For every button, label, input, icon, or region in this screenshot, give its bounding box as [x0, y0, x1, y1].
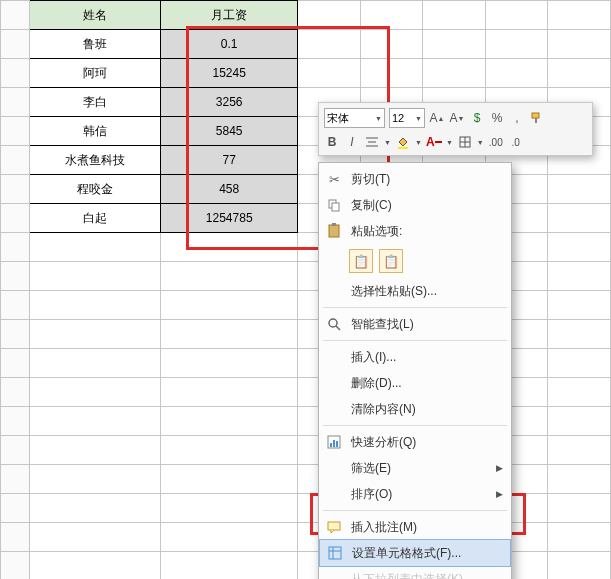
cell[interactable]: [360, 30, 423, 59]
cell[interactable]: [1, 320, 30, 349]
cell[interactable]: [298, 30, 361, 59]
cell[interactable]: [1, 349, 30, 378]
menu-delete[interactable]: 删除(D)...: [319, 370, 511, 396]
menu-sort[interactable]: 排序(O) ▶: [319, 481, 511, 507]
cell[interactable]: [298, 1, 361, 30]
cell[interactable]: [485, 1, 548, 30]
cell[interactable]: [1, 378, 30, 407]
cell[interactable]: [30, 262, 161, 291]
cell[interactable]: [30, 233, 161, 262]
borders-button[interactable]: [457, 134, 473, 150]
cell[interactable]: [548, 552, 611, 580]
cell[interactable]: [1, 175, 30, 204]
cell[interactable]: [161, 378, 298, 407]
percent-format-button[interactable]: %: [489, 110, 505, 126]
cell[interactable]: [548, 349, 611, 378]
cell[interactable]: [161, 552, 298, 580]
cell[interactable]: [298, 59, 361, 88]
cell[interactable]: [548, 407, 611, 436]
chevron-down-icon[interactable]: ▼: [384, 139, 391, 146]
menu-paste-special[interactable]: 选择性粘贴(S)...: [319, 278, 511, 304]
menu-copy[interactable]: 复制(C): [319, 192, 511, 218]
cell-name[interactable]: 水煮鱼科技: [30, 146, 161, 175]
cell-salary[interactable]: 77: [161, 146, 298, 175]
cell-name[interactable]: 韩信: [30, 117, 161, 146]
cell[interactable]: [423, 59, 486, 88]
cell[interactable]: [161, 233, 298, 262]
cell[interactable]: [360, 1, 423, 30]
cell[interactable]: [1, 30, 30, 59]
chevron-down-icon[interactable]: ▼: [415, 139, 422, 146]
cell[interactable]: [548, 233, 611, 262]
cell[interactable]: [548, 1, 611, 30]
cell[interactable]: [548, 320, 611, 349]
paste-option-values[interactable]: 📋: [379, 249, 403, 273]
cell[interactable]: [161, 349, 298, 378]
cell[interactable]: [161, 436, 298, 465]
cell-name[interactable]: 阿珂: [30, 59, 161, 88]
menu-quick-analysis[interactable]: 快速分析(Q): [319, 429, 511, 455]
cell[interactable]: [548, 378, 611, 407]
cell[interactable]: [360, 59, 423, 88]
paste-option-keep-source[interactable]: 📋: [349, 249, 373, 273]
cell[interactable]: [161, 262, 298, 291]
cell[interactable]: [30, 378, 161, 407]
menu-insert-comment[interactable]: 插入批注(M): [319, 514, 511, 540]
cell[interactable]: [1, 523, 30, 552]
cell[interactable]: [1, 88, 30, 117]
accounting-format-button[interactable]: $: [469, 110, 485, 126]
cell-name[interactable]: 程咬金: [30, 175, 161, 204]
cell[interactable]: [30, 523, 161, 552]
cell-salary[interactable]: 0.1: [161, 30, 298, 59]
cell[interactable]: [548, 30, 611, 59]
cell[interactable]: [161, 523, 298, 552]
cell[interactable]: [548, 436, 611, 465]
cell-salary[interactable]: 3256: [161, 88, 298, 117]
format-painter-button[interactable]: [529, 110, 545, 126]
decrease-decimal-button[interactable]: .00: [488, 134, 504, 150]
cell[interactable]: [548, 262, 611, 291]
cell-salary[interactable]: 5845: [161, 117, 298, 146]
increase-decimal-button[interactable]: .0: [508, 134, 524, 150]
header-name[interactable]: 姓名: [30, 1, 161, 30]
cell[interactable]: [161, 320, 298, 349]
fill-color-button[interactable]: [395, 134, 411, 150]
menu-insert[interactable]: 插入(I)...: [319, 344, 511, 370]
cell[interactable]: [548, 204, 611, 233]
cell[interactable]: [30, 291, 161, 320]
cell-salary[interactable]: 15245: [161, 59, 298, 88]
cell[interactable]: [1, 59, 30, 88]
cell[interactable]: [548, 494, 611, 523]
cell[interactable]: [161, 291, 298, 320]
cell[interactable]: [1, 117, 30, 146]
cell[interactable]: [1, 146, 30, 175]
cell[interactable]: [1, 552, 30, 580]
header-salary[interactable]: 月工资: [161, 1, 298, 30]
cell[interactable]: [30, 320, 161, 349]
cell[interactable]: [423, 1, 486, 30]
cell-name[interactable]: 鲁班: [30, 30, 161, 59]
font-name-combo[interactable]: 宋体 ▼: [324, 108, 385, 128]
cell[interactable]: [423, 30, 486, 59]
cell[interactable]: [1, 1, 30, 30]
cell[interactable]: [161, 465, 298, 494]
cell[interactable]: [548, 523, 611, 552]
cell[interactable]: [30, 494, 161, 523]
cell[interactable]: [30, 465, 161, 494]
cell[interactable]: [1, 436, 30, 465]
cell[interactable]: [1, 291, 30, 320]
cell[interactable]: [30, 349, 161, 378]
bold-button[interactable]: B: [324, 134, 340, 150]
cell[interactable]: [1, 262, 30, 291]
italic-button[interactable]: I: [344, 134, 360, 150]
menu-filter[interactable]: 筛选(E) ▶: [319, 455, 511, 481]
cell[interactable]: [548, 59, 611, 88]
cell-name[interactable]: 李白: [30, 88, 161, 117]
chevron-down-icon[interactable]: ▼: [477, 139, 484, 146]
cell[interactable]: [30, 552, 161, 580]
cell[interactable]: [161, 494, 298, 523]
cell[interactable]: [548, 291, 611, 320]
cell[interactable]: [161, 407, 298, 436]
comma-format-button[interactable]: ,: [509, 110, 525, 126]
cell[interactable]: [1, 494, 30, 523]
